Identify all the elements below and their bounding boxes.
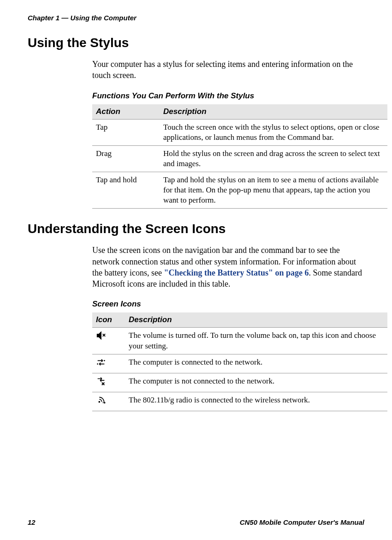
- table-header-action: Action: [92, 104, 160, 120]
- table-row: Tap and hold Tap and hold the stylus on …: [92, 172, 387, 208]
- section-heading-icons: Understanding the Screen Icons: [28, 222, 364, 236]
- table-row: The computer is connected to the network…: [92, 354, 387, 373]
- icon-cell: [92, 328, 125, 354]
- icon-cell: [92, 354, 125, 373]
- network-disconnected-icon: [96, 379, 106, 388]
- screen-icons-table: Icon Description The volume is turned of…: [92, 312, 387, 411]
- network-connected-icon: [96, 360, 106, 369]
- table-header-description: Description: [125, 312, 387, 328]
- table-row: Tap Touch the screen once with the stylu…: [92, 119, 387, 145]
- description-cell: The volume is turned off. To turn the vo…: [125, 328, 387, 354]
- table-row: The computer is not connected to the net…: [92, 373, 387, 392]
- icon-cell: [92, 373, 125, 392]
- svg-point-2: [99, 401, 101, 403]
- action-cell: Tap: [92, 119, 160, 145]
- description-cell: The computer is connected to the network…: [125, 354, 387, 373]
- page-footer: 12 CN50 Mobile Computer User's Manual: [28, 518, 364, 526]
- description-cell: Hold the stylus on the screen and drag a…: [160, 145, 387, 172]
- description-cell: Touch the screen once with the stylus to…: [160, 119, 387, 145]
- icon-cell: [92, 392, 125, 411]
- battery-status-link[interactable]: "Checking the Battery Status" on page 6: [164, 268, 309, 277]
- description-cell: The computer is not connected to the net…: [125, 373, 387, 392]
- description-cell: Tap and hold the stylus on an item to se…: [160, 172, 387, 208]
- wifi-connected-icon: [96, 398, 106, 407]
- page-number: 12: [28, 518, 36, 526]
- icons-table-caption: Screen Icons: [92, 300, 364, 309]
- volume-off-icon: [96, 334, 106, 342]
- action-cell: Drag: [92, 145, 160, 172]
- svg-point-1: [104, 360, 105, 361]
- stylus-functions-table: Action Description Tap Touch the screen …: [92, 104, 387, 209]
- table-row: The volume is turned off. To turn the vo…: [92, 328, 387, 354]
- footer-title: CN50 Mobile Computer User's Manual: [240, 518, 364, 526]
- svg-point-0: [97, 363, 98, 365]
- action-cell: Tap and hold: [92, 172, 160, 208]
- description-cell: The 802.11b/g radio is connected to the …: [125, 392, 387, 411]
- chapter-header: Chapter 1 — Using the Computer: [28, 14, 364, 22]
- table-row: Drag Hold the stylus on the screen and d…: [92, 145, 387, 172]
- table-header-icon: Icon: [92, 312, 125, 328]
- stylus-intro: Your computer has a stylus for selecting…: [92, 59, 364, 81]
- icons-intro: Use the screen icons on the navigation b…: [92, 245, 364, 289]
- section-heading-stylus: Using the Stylus: [28, 36, 364, 50]
- stylus-table-caption: Functions You Can Perform With the Stylu…: [92, 91, 364, 101]
- table-row: The 802.11b/g radio is connected to the …: [92, 392, 387, 411]
- table-header-description: Description: [160, 104, 387, 120]
